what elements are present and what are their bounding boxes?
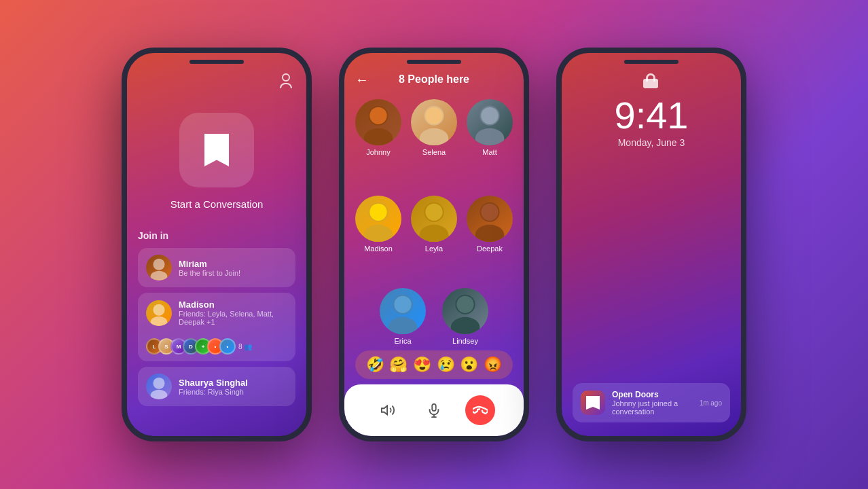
join-card-miriam[interactable]: Miriam Be the first to Join!	[138, 248, 295, 287]
emoji-hug[interactable]: 🤗	[389, 356, 408, 374]
phone1-header	[138, 73, 295, 92]
matt-name: Matt	[482, 148, 496, 156]
speaker-button[interactable]	[373, 395, 403, 425]
svg-rect-31	[432, 404, 436, 411]
selena-avatar	[411, 99, 457, 145]
johnny-name: Johnny	[366, 148, 390, 156]
end-call-button[interactable]	[465, 395, 495, 425]
svg-point-4	[153, 378, 164, 389]
phone-1: Start a Conversation Join in Miriam Be t…	[122, 48, 312, 441]
user-head-icon	[282, 73, 290, 82]
svg-point-28	[451, 317, 480, 334]
selena-name: Selena	[422, 148, 446, 156]
svg-point-5	[151, 390, 168, 399]
last-row: Erica Lindsey	[344, 288, 524, 350]
phone2-screen: ← 8 People here Johnny	[344, 53, 524, 436]
silent-button-3	[556, 121, 558, 141]
emoji-bar: 🤣 🤗 😍 😢 😮 😡	[355, 350, 513, 379]
phone1-screen: Start a Conversation Join in Miriam Be t…	[127, 53, 306, 436]
phone-3: 9:41 Monday, June 3 Open Doors Johnny ju…	[556, 48, 746, 441]
emoji-angry[interactable]: 😡	[484, 356, 502, 374]
emoji-laugh[interactable]: 🤣	[366, 356, 384, 374]
miriam-avatar	[146, 255, 172, 280]
svg-point-29	[456, 296, 473, 313]
person-johnny[interactable]: Johnny	[355, 99, 401, 186]
lock-screen-date: Monday, June 3	[618, 137, 685, 148]
person-selena[interactable]: Selena	[411, 99, 457, 186]
mic-button[interactable]	[419, 395, 449, 425]
back-button[interactable]: ←	[355, 72, 369, 88]
svg-point-0	[153, 259, 164, 270]
svg-point-8	[369, 107, 386, 124]
join-card-shaurya[interactable]: Shaurya Singhal Friends: Riya Singh	[138, 367, 295, 406]
shaurya-sub: Friends: Riya Singh	[179, 388, 287, 396]
notification-title: Open Doors	[612, 390, 693, 399]
lock-icon	[643, 73, 659, 88]
people-grid: Johnny Selena	[344, 94, 524, 288]
controls-bar	[344, 384, 524, 436]
silent-button-2	[339, 121, 340, 141]
person-matt[interactable]: Matt	[467, 99, 513, 186]
miriam-info: Miriam Be the first to Join!	[179, 259, 287, 277]
svg-point-17	[369, 204, 386, 221]
notification-time: 1m ago	[700, 399, 722, 407]
volume-up-button-2	[339, 151, 340, 185]
madison-sub: Friends: Leyla, Selena, Matt, Deepak +1	[179, 310, 287, 326]
lock-screen-time: 9:41	[615, 96, 689, 134]
start-conversation-button[interactable]	[179, 113, 254, 187]
svg-point-3	[151, 316, 168, 325]
erica-avatar	[380, 288, 426, 334]
madison-name: Madison	[179, 300, 287, 310]
phone-2: ← 8 People here Johnny	[339, 48, 529, 441]
person-erica[interactable]: Erica	[380, 288, 426, 345]
svg-point-23	[481, 204, 498, 221]
emoji-wow[interactable]: 😮	[460, 356, 478, 374]
join-section: Join in Miriam Be the first to Join!	[138, 230, 295, 425]
svg-point-7	[364, 128, 393, 145]
join-title: Join in	[138, 230, 295, 241]
svg-point-16	[364, 225, 393, 242]
miriam-sub: Be the first to Join!	[179, 269, 287, 277]
johnny-avatar	[355, 99, 401, 145]
person-deepak[interactable]: Deepak	[467, 196, 513, 283]
people-icon: 👥	[244, 343, 252, 350]
svg-point-19	[420, 225, 449, 242]
person-leyla[interactable]: Leyla	[411, 196, 457, 283]
lock-body	[643, 79, 658, 88]
join-card-madison[interactable]: Madison Friends: Leyla, Selena, Matt, De…	[138, 293, 295, 361]
power-button-3	[745, 134, 746, 175]
person-lindsey[interactable]: Lindsey	[442, 288, 488, 345]
shaurya-info: Shaurya Singhal Friends: Riya Singh	[179, 378, 287, 396]
emoji-cry[interactable]: 😢	[437, 356, 455, 374]
madison2-name: Madison	[364, 244, 393, 253]
app-logo-small	[586, 396, 600, 410]
power-button	[310, 134, 312, 175]
user-body-icon	[280, 83, 292, 88]
svg-point-1	[151, 271, 168, 280]
notification-card[interactable]: Open Doors Johnny just joined a conversa…	[573, 383, 730, 422]
svg-point-14	[481, 107, 498, 124]
profile-icon[interactable]	[276, 73, 295, 92]
start-conversation-label: Start a Conversation	[170, 198, 264, 210]
emoji-love[interactable]: 😍	[413, 356, 431, 374]
power-button-2	[528, 134, 529, 175]
miriam-name: Miriam	[179, 259, 287, 269]
person-madison[interactable]: Madison	[355, 196, 401, 283]
svg-point-22	[475, 225, 505, 242]
shaurya-name: Shaurya Singhal	[179, 378, 287, 388]
mini-avatar-7: •	[219, 338, 236, 355]
volume-down-button	[122, 194, 123, 228]
notification-content: Open Doors Johnny just joined a conversa…	[612, 390, 693, 416]
shaurya-avatar	[146, 374, 172, 399]
leyla-name: Leyla	[425, 244, 443, 253]
madison-info: Madison Friends: Leyla, Selena, Matt, De…	[179, 300, 287, 326]
people-count: 8 👥	[238, 343, 252, 350]
madison-avatars: L S M D + • • 8 👥	[146, 338, 252, 355]
app-logo-icon	[204, 134, 229, 166]
svg-marker-30	[382, 406, 387, 415]
svg-point-2	[153, 304, 164, 315]
matt-avatar	[467, 99, 513, 145]
madison2-avatar	[355, 196, 401, 242]
phone3-screen: 9:41 Monday, June 3 Open Doors Johnny ju…	[562, 53, 741, 436]
count-number: 8	[238, 343, 242, 350]
